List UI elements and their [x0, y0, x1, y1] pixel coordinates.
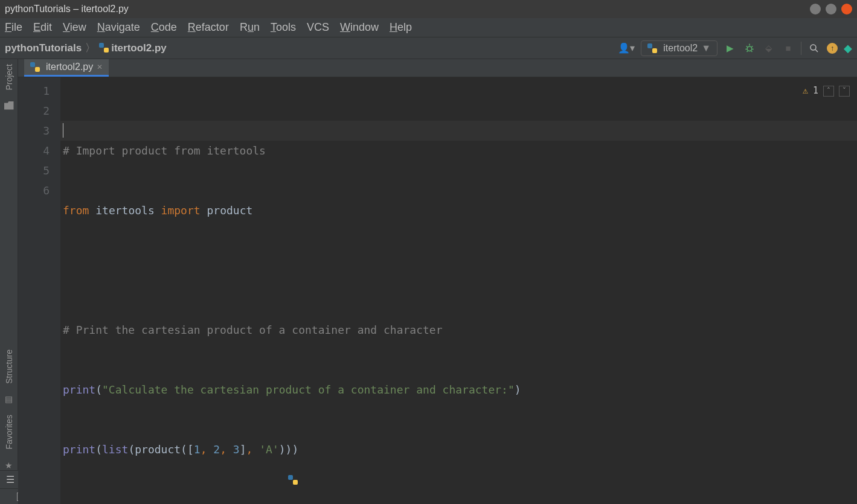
stop-button: ■: [782, 42, 795, 55]
menu-vcs[interactable]: VCS: [307, 21, 329, 34]
breadcrumb-separator-icon: 〉: [85, 41, 95, 55]
editor-tab-label: itertool2.py: [46, 62, 93, 72]
inspection-widget[interactable]: ⚠ 1 ˆ ˇ: [803, 81, 850, 101]
python-icon: [647, 43, 657, 53]
menu-view[interactable]: View: [63, 21, 86, 34]
left-tool-strip: Project Structure ▤ Favorites ★: [0, 59, 18, 470]
menu-help[interactable]: Help: [390, 21, 412, 34]
menu-tools[interactable]: Tools: [271, 21, 296, 34]
breadcrumb[interactable]: pythonTutorials 〉 itertool2.py: [5, 41, 167, 55]
update-icon[interactable]: ↑: [827, 43, 838, 54]
window-close-icon[interactable]: [841, 4, 852, 14]
close-icon[interactable]: ✕: [97, 63, 103, 71]
menu-refactor[interactable]: Refactor: [188, 21, 229, 34]
folder-icon[interactable]: [4, 101, 14, 110]
python-file-icon: [30, 62, 40, 72]
chevron-up-icon[interactable]: ˆ: [823, 86, 834, 97]
window-minimize-icon[interactable]: [810, 4, 821, 14]
run-config-name: itertool2: [663, 43, 698, 54]
menubar: File Edit View Navigate Code Refactor Ru…: [0, 18, 857, 37]
menu-navigate[interactable]: Navigate: [97, 21, 140, 34]
menu-edit[interactable]: Edit: [33, 21, 52, 34]
code-line-3: [63, 260, 855, 280]
text-caret: [63, 123, 63, 138]
python-icon: [288, 475, 298, 485]
warning-count: 1: [813, 81, 818, 101]
window-maximize-icon[interactable]: [826, 4, 836, 14]
warning-icon: ⚠: [803, 81, 808, 101]
coverage-button[interactable]: ⬙: [762, 42, 775, 55]
code-line-4: # Print the cartesian product of a conta…: [63, 324, 443, 336]
line-gutter: 1 2 3 4 5 6: [18, 77, 60, 504]
chevron-down-icon: ▼: [701, 43, 711, 54]
star-icon: ★: [5, 461, 13, 470]
python-file-icon: [99, 43, 109, 53]
navbar: pythonTutorials 〉 itertool2.py 👤▾ iterto…: [0, 37, 857, 59]
run-button[interactable]: ▶: [724, 42, 737, 55]
code-line-6: print(list(product([1, 2, 3], 'A'))): [63, 439, 855, 459]
code-editor[interactable]: 1 2 3 4 5 6 # Import product from iterto…: [18, 77, 857, 504]
menu-file[interactable]: File: [5, 21, 22, 34]
svg-point-1: [810, 45, 816, 50]
project-tool-button[interactable]: Project: [4, 64, 14, 91]
menu-code[interactable]: Code: [151, 21, 177, 34]
window-title: pythonTutorials – itertool2.py: [5, 4, 129, 14]
code-line-1: # Import product from itertools: [63, 144, 266, 157]
editor-tabs: itertool2.py ✕: [18, 59, 857, 77]
code-line-2: from itertools import product: [63, 200, 855, 220]
user-icon[interactable]: 👤▾: [618, 42, 635, 54]
caret-line-highlight: [60, 121, 857, 141]
code-pane[interactable]: # Import product from itertools from ite…: [60, 77, 857, 504]
titlebar: pythonTutorials – itertool2.py: [0, 0, 857, 18]
debug-button[interactable]: [743, 42, 756, 55]
chevron-down-icon[interactable]: ˇ: [839, 86, 850, 97]
toolbox-icon[interactable]: ◆: [844, 42, 852, 55]
divider: [801, 42, 801, 55]
menu-window[interactable]: Window: [340, 21, 379, 34]
structure-icon: ▤: [5, 394, 13, 404]
breadcrumb-file[interactable]: itertool2.py: [99, 42, 167, 54]
code-line-5: print("Calculate the cartesian product o…: [63, 380, 855, 400]
run-config-selector[interactable]: itertool2 ▼: [641, 40, 717, 56]
favorites-tool-button[interactable]: Favorites: [4, 415, 14, 450]
structure-tool-button[interactable]: Structure: [4, 349, 14, 384]
list-icon: ☰: [6, 474, 14, 485]
menu-run[interactable]: Run: [240, 21, 260, 34]
editor-tab-itertool2[interactable]: itertool2.py ✕: [24, 59, 109, 77]
breadcrumb-project[interactable]: pythonTutorials: [5, 42, 82, 54]
search-icon[interactable]: [807, 42, 821, 55]
